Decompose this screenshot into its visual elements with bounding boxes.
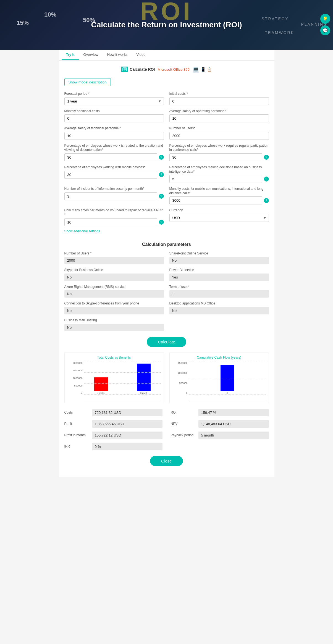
param-skype-value: No (64, 274, 164, 281)
currency-select[interactable]: USD EUR GBP RUB (169, 214, 269, 222)
hero-pct-15: 15% (17, 19, 29, 27)
pct-conference-input[interactable] (169, 153, 262, 161)
param-term-field: Term of use * 1 (169, 285, 269, 298)
calc-params-grid: Number of Users * 2000 SharePoint Online… (64, 251, 269, 331)
pc-repair-label: How many times per month do you need to … (64, 208, 164, 217)
avg-salary-technical-input[interactable] (64, 132, 164, 140)
param-skype-conf-label: Connection to Skype-conferences from you… (64, 301, 164, 306)
profit-result-label: Profit (64, 422, 89, 426)
param-rms-field: Azure Rights Management (RMS) service No (64, 285, 164, 298)
monthly-comms-label: Monthly costs for mobile communications,… (169, 187, 269, 195)
monthly-additional-costs-label: Monthly additional costs (64, 109, 164, 114)
total-costs-y-labels: 2000000 1500000 1000000 500000 0 (67, 362, 83, 395)
pct-bi-help-icon[interactable]: ? (264, 177, 269, 182)
pct-mobile-field: Percentage of employees working with mob… (64, 165, 164, 183)
pct-conference-field: Percentage of employees whose work requi… (169, 144, 269, 161)
irr-result-field: IRR 0 % (64, 443, 162, 450)
y-label-500000: 500000 (67, 384, 83, 387)
pct-conference-help-icon[interactable]: ? (264, 155, 269, 160)
c-dashed-2 (189, 378, 266, 378)
irr-empty (171, 443, 269, 450)
pc-repair-field: How many times per month do you need to … (64, 208, 164, 226)
y-label-1000000: 1000000 (67, 377, 83, 380)
payback-result-field: Payback period 5 month (171, 432, 269, 439)
param-term-label: Term of use * (169, 285, 269, 289)
irr-result-label: IRR (64, 445, 89, 448)
pc-repair-help-icon[interactable]: ? (159, 220, 164, 225)
roi-result-label: ROI (171, 411, 196, 414)
profit-month-result-value: 155,722.12 USD (92, 432, 162, 439)
cumulative-cash-chart-title: Camulative Cash Flow (years) (172, 356, 266, 359)
profit-result-value: 1,868,665.45 USD (92, 420, 162, 428)
close-button[interactable]: Close (150, 456, 183, 466)
chat-icon-btn[interactable]: 💬 (320, 25, 330, 35)
pct-bi-field: Percentage of employees making decisions… (169, 165, 269, 183)
ms-office-link[interactable]: Microsoft Office 365 (158, 67, 189, 72)
cumulative-cash-chart-area: 1500000 1000000 500000 0 1 (172, 362, 266, 400)
tab-video[interactable]: Video (132, 50, 150, 60)
cy-label-1500000: 1500000 (172, 362, 188, 364)
y-label-1500000: 1500000 (67, 369, 83, 372)
pct-bi-input-group: ? (169, 175, 269, 183)
param-skype-conf-value: No (64, 307, 164, 314)
pct-mobile-input[interactable] (64, 171, 157, 179)
calc-params-title: Calculation parameters (64, 242, 269, 247)
num-incidents-help-icon[interactable]: ? (159, 194, 164, 199)
monthly-comms-input-group: ? (169, 196, 269, 204)
pct-doc-help-icon[interactable]: ? (159, 155, 164, 160)
initial-costs-input[interactable] (169, 97, 269, 105)
param-skype-conf-field: Connection to Skype-conferences from you… (64, 301, 164, 314)
num-users-input[interactable] (169, 132, 269, 140)
cumulative-y-labels: 1500000 1000000 500000 0 (172, 362, 188, 395)
tool-name: Calculate ROI (130, 67, 155, 72)
param-term-value: 1 (169, 290, 269, 298)
npv-result-label: NPV (171, 422, 196, 426)
param-mail-field: Business Mail Hosting No (64, 318, 164, 331)
param-empty (169, 318, 269, 331)
payback-result-value: 5 month (198, 432, 269, 439)
tab-overview[interactable]: Overview (79, 50, 103, 60)
pct-bi-input[interactable] (169, 175, 262, 183)
pct-conference-input-group: ? (169, 153, 269, 161)
tab-try-it[interactable]: Try it (62, 50, 79, 60)
pct-mobile-label: Percentage of employees working with mob… (64, 165, 164, 170)
main-form: Forecast period * 1 year 2 years 3 years… (64, 92, 269, 226)
monthly-additional-costs-input[interactable] (64, 114, 164, 122)
param-mail-label: Business Mail Hosting (64, 318, 164, 323)
roi-result-value: 159.47 % (198, 409, 269, 416)
num-incidents-input[interactable] (64, 192, 157, 200)
show-additional-settings-link[interactable]: Show additional settings (64, 229, 100, 233)
currency-field: Currency USD EUR GBP RUB ▼ (169, 208, 269, 226)
pct-mobile-input-group: ? (64, 171, 164, 179)
forecast-period-select[interactable]: 1 year 2 years 3 years (64, 97, 164, 105)
charts-section: Total Costs vs Benefits 2000000 1500000 … (64, 353, 269, 403)
pc-repair-input[interactable] (64, 218, 157, 226)
show-model-description-button[interactable]: Show model description (64, 78, 111, 86)
tab-how-it-works[interactable]: How it works (103, 50, 132, 60)
monthly-comms-input[interactable] (169, 196, 262, 204)
lightbulb-icon-btn[interactable]: 💡 (320, 14, 330, 24)
param-sharepoint-value: No (169, 257, 269, 264)
pct-doc-field: Percentage of employees whose work is re… (64, 144, 164, 161)
pct-mobile-help-icon[interactable]: ? (159, 172, 164, 177)
initial-costs-label: Initial costs * (169, 92, 269, 96)
forecast-period-label: Forecast period * (64, 92, 164, 96)
ms-device-icons: 💻 📱 📋 (192, 66, 212, 73)
npv-result-value: 1,148,483.64 USD (198, 420, 269, 428)
forecast-period-select-wrapper: 1 year 2 years 3 years ▼ (64, 97, 164, 105)
pct-doc-input[interactable] (64, 153, 157, 161)
monthly-additional-costs-field: Monthly additional costs (64, 109, 164, 123)
main-container: Try it Overview How it works Video Calcu… (59, 50, 274, 477)
param-sharepoint-label: SharePoint Online Service (169, 251, 269, 256)
total-costs-chart: Total Costs vs Benefits 2000000 1500000 … (64, 353, 164, 403)
monthly-comms-help-icon[interactable]: ? (264, 198, 269, 203)
param-powerbi-field: Power BI service Yes (169, 268, 269, 281)
num-incidents-label: Number of incidents of information secur… (64, 187, 164, 191)
costs-result-field: Costs 720,181.82 USD (64, 409, 162, 416)
total-costs-dashed-lines (84, 362, 161, 395)
param-sharepoint-field: SharePoint Online Service No (169, 251, 269, 264)
hero-strategy: STRATEGY (262, 17, 289, 21)
avg-salary-operating-input[interactable] (169, 114, 269, 122)
pc-repair-input-group: ? (64, 218, 164, 226)
calculate-button[interactable]: Calculate (147, 337, 186, 347)
